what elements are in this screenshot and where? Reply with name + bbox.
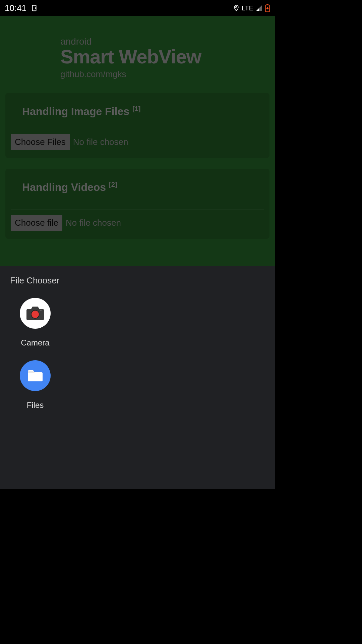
camera-icon <box>20 298 51 329</box>
svg-point-8 <box>40 310 42 311</box>
network-label: LTE <box>242 4 253 12</box>
status-left: 10:41 <box>5 3 39 13</box>
chooser-item-files[interactable]: Files <box>10 360 60 410</box>
file-input-row: Choose Files No file chosen <box>11 134 264 150</box>
battery-icon <box>265 4 270 12</box>
status-bar: 10:41 LTE <box>0 0 275 16</box>
file-chosen-status: No file chosen <box>66 218 121 228</box>
file-chooser-sheet: File Chooser Camera Files <box>0 266 275 489</box>
choose-files-button[interactable]: Choose Files <box>11 134 70 150</box>
folder-icon <box>20 360 51 391</box>
file-input-row: Choose file No file chosen <box>11 209 264 231</box>
signal-icon <box>255 5 263 11</box>
section-heading-text: Handling Videos <box>22 181 109 193</box>
section-videos: Handling Videos [2] Choose file No file … <box>5 169 269 239</box>
choose-file-button[interactable]: Choose file <box>11 215 62 231</box>
chooser-title: File Chooser <box>10 275 265 286</box>
section-heading-sup: [1] <box>132 105 140 112</box>
exit-app-icon <box>31 4 39 12</box>
app-header: android Smart WebView github.com/mgks <box>0 16 275 93</box>
section-heading: Handling Videos [2] <box>11 181 264 194</box>
chooser-item-label: Camera <box>21 338 49 347</box>
header-link: github.com/mgks <box>60 69 275 79</box>
file-chosen-status: No file chosen <box>73 137 128 147</box>
section-heading: Handling Image Files [1] <box>11 105 264 118</box>
chooser-item-label: Files <box>27 400 44 410</box>
location-icon <box>233 4 240 12</box>
status-time: 10:41 <box>5 3 26 13</box>
section-images: Handling Image Files [1] Choose Files No… <box>5 93 269 158</box>
svg-rect-5 <box>266 8 268 9</box>
header-title: Smart WebView <box>60 47 275 66</box>
svg-point-1 <box>236 6 237 8</box>
svg-rect-3 <box>266 4 268 5</box>
status-right: LTE <box>233 4 270 12</box>
section-heading-sup: [2] <box>109 181 117 188</box>
section-heading-text: Handling Image Files <box>22 105 132 117</box>
chooser-item-camera[interactable]: Camera <box>10 298 60 347</box>
